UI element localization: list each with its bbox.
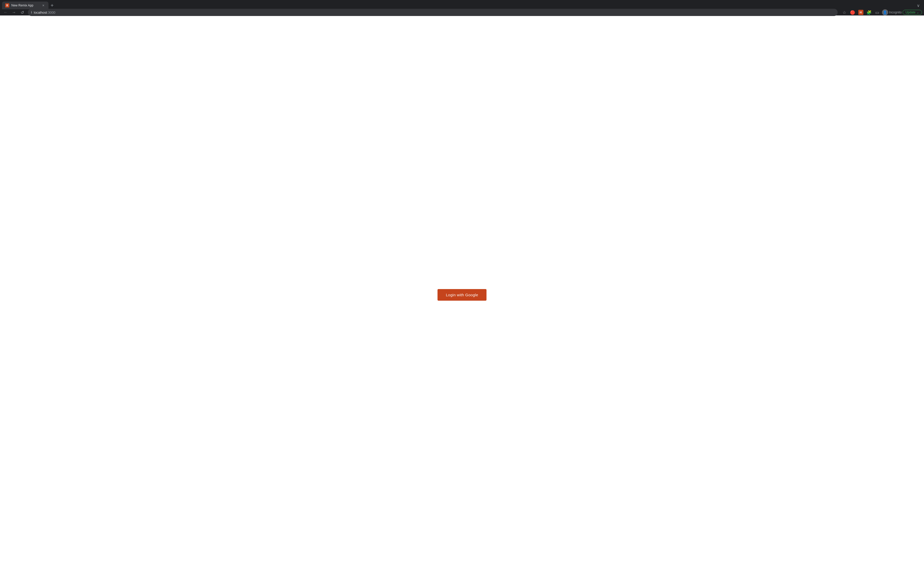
browser-chrome: R New Remix App × + ∨ ← → ↺ ℹ localhost:…: [0, 0, 924, 16]
active-tab[interactable]: R New Remix App ×: [2, 2, 49, 9]
extension-badge: H: [858, 10, 863, 15]
tab-close-button[interactable]: ×: [41, 3, 46, 8]
back-button[interactable]: ←: [2, 9, 9, 16]
back-icon: ←: [4, 10, 8, 15]
puzzle-icon: 🧩: [866, 10, 872, 15]
sidebar-icon: ▭: [875, 10, 879, 15]
avatar: 👤: [882, 9, 888, 16]
bookmark-button[interactable]: ☆: [841, 9, 848, 16]
reload-button[interactable]: ↺: [19, 9, 26, 16]
profile-button[interactable]: 👤 Incognito: [882, 9, 902, 16]
reload-icon: ↺: [20, 10, 24, 15]
url-display: localhost:3000: [34, 11, 834, 14]
security-info-icon[interactable]: ℹ: [31, 11, 32, 14]
incognito-icon: 👤: [883, 10, 887, 14]
update-label: Update: [905, 11, 916, 14]
address-bar[interactable]: ℹ localhost:3000: [28, 9, 837, 16]
tab-bar-right: ∨: [915, 2, 922, 9]
tab-favicon: R: [5, 3, 9, 8]
star-icon: ☆: [842, 10, 846, 15]
forward-button[interactable]: →: [10, 9, 17, 16]
new-tab-button[interactable]: +: [49, 2, 56, 9]
remix-extension-button[interactable]: 🔴: [849, 9, 856, 16]
extension-icon-button[interactable]: H: [857, 9, 864, 16]
toolbar: ← → ↺ ℹ localhost:3000 ☆ 🔴 H 🧩: [0, 9, 924, 16]
remix-icon: 🔴: [850, 10, 855, 15]
update-chevron-icon: ⌄: [916, 11, 919, 14]
forward-icon: →: [12, 10, 16, 15]
page-content: Login with Google: [0, 16, 924, 574]
url-port: :3000: [47, 11, 55, 14]
url-domain: localhost: [34, 11, 47, 14]
login-with-google-button[interactable]: Login with Google: [438, 289, 486, 301]
extensions-button[interactable]: 🧩: [866, 9, 873, 16]
tab-list-chevron-icon[interactable]: ∨: [915, 2, 922, 9]
profile-name: Incognito: [889, 11, 902, 14]
tab-bar: R New Remix App × + ∨: [0, 0, 924, 9]
sidebar-button[interactable]: ▭: [874, 9, 881, 16]
tab-title: New Remix App: [11, 4, 39, 7]
update-button[interactable]: Update ⌄: [903, 10, 922, 15]
toolbar-icons: ☆ 🔴 H 🧩 ▭ 👤 Incognito Update: [841, 9, 922, 16]
